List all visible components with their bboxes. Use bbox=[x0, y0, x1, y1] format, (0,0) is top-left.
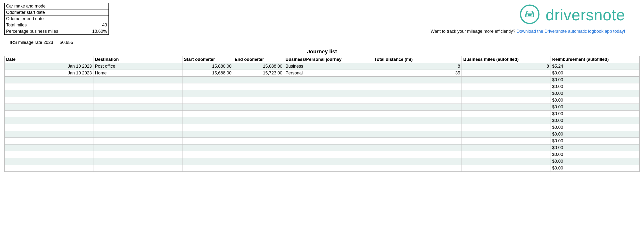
cell-dest[interactable] bbox=[94, 158, 182, 165]
cell-end[interactable] bbox=[233, 165, 284, 172]
cell-biz[interactable] bbox=[462, 131, 550, 138]
cell-biz[interactable] bbox=[462, 117, 550, 124]
cell-reimb[interactable]: $0.00 bbox=[550, 104, 640, 111]
cell-date[interactable] bbox=[4, 165, 94, 172]
cell-reimb[interactable]: $0.00 bbox=[550, 131, 640, 138]
cell-dist[interactable] bbox=[373, 90, 462, 97]
cell-dest[interactable] bbox=[94, 117, 182, 124]
cell-dist[interactable] bbox=[373, 165, 462, 172]
cell-end[interactable] bbox=[233, 117, 284, 124]
cell-type[interactable] bbox=[284, 124, 373, 131]
cell-dest[interactable] bbox=[94, 97, 182, 104]
cell-date[interactable] bbox=[4, 124, 94, 131]
cell-reimb[interactable]: $0.00 bbox=[550, 70, 640, 77]
summary-value[interactable] bbox=[83, 16, 108, 22]
cell-end[interactable] bbox=[233, 158, 284, 165]
summary-label[interactable]: Total miles bbox=[4, 22, 83, 28]
cell-biz[interactable] bbox=[462, 158, 550, 165]
cell-date[interactable] bbox=[4, 138, 94, 145]
cell-start[interactable] bbox=[182, 83, 233, 90]
cell-end[interactable] bbox=[233, 138, 284, 145]
cell-dist[interactable] bbox=[373, 104, 462, 111]
cell-biz[interactable] bbox=[462, 151, 550, 158]
cell-date[interactable] bbox=[4, 158, 94, 165]
cell-dist[interactable] bbox=[373, 83, 462, 90]
cell-start[interactable] bbox=[182, 151, 233, 158]
cell-reimb[interactable]: $0.00 bbox=[550, 151, 640, 158]
cell-dest[interactable] bbox=[94, 77, 182, 83]
cell-biz[interactable] bbox=[462, 111, 550, 117]
summary-label[interactable]: Odometer start date bbox=[4, 9, 83, 16]
cell-type[interactable] bbox=[284, 104, 373, 111]
cell-type[interactable] bbox=[284, 145, 373, 151]
cell-dist[interactable] bbox=[373, 145, 462, 151]
cell-dest[interactable] bbox=[94, 145, 182, 151]
cell-type[interactable]: Personal bbox=[284, 70, 373, 77]
cell-reimb[interactable]: $0.00 bbox=[550, 165, 640, 172]
cell-dest[interactable] bbox=[94, 111, 182, 117]
cell-type[interactable] bbox=[284, 77, 373, 83]
cell-dist[interactable] bbox=[373, 124, 462, 131]
cell-dest[interactable] bbox=[94, 90, 182, 97]
cell-dest[interactable]: Post office bbox=[94, 63, 182, 70]
cell-dest[interactable] bbox=[94, 151, 182, 158]
cell-dest[interactable] bbox=[94, 124, 182, 131]
cell-dest[interactable] bbox=[94, 131, 182, 138]
cell-end[interactable] bbox=[233, 131, 284, 138]
cell-date[interactable] bbox=[4, 145, 94, 151]
cell-end[interactable] bbox=[233, 77, 284, 83]
cell-type[interactable] bbox=[284, 151, 373, 158]
cell-start[interactable] bbox=[182, 97, 233, 104]
cell-date[interactable] bbox=[4, 90, 94, 97]
cell-dist[interactable] bbox=[373, 97, 462, 104]
cell-date[interactable]: Jan 10 2023 bbox=[4, 70, 94, 77]
cell-reimb[interactable]: $0.00 bbox=[550, 158, 640, 165]
cell-end[interactable] bbox=[233, 145, 284, 151]
summary-value[interactable] bbox=[83, 9, 108, 16]
cell-start[interactable] bbox=[182, 131, 233, 138]
cell-date[interactable] bbox=[4, 83, 94, 90]
cell-date[interactable] bbox=[4, 131, 94, 138]
cell-end[interactable] bbox=[233, 124, 284, 131]
cell-biz[interactable] bbox=[462, 165, 550, 172]
cell-reimb[interactable]: $0.00 bbox=[550, 90, 640, 97]
cell-start[interactable] bbox=[182, 158, 233, 165]
summary-value[interactable] bbox=[83, 3, 108, 9]
cell-date[interactable] bbox=[4, 104, 94, 111]
cell-biz[interactable] bbox=[462, 124, 550, 131]
cell-end[interactable] bbox=[233, 97, 284, 104]
cell-end[interactable]: 15,688.00 bbox=[233, 63, 284, 70]
cell-type[interactable] bbox=[284, 131, 373, 138]
cell-end[interactable] bbox=[233, 111, 284, 117]
cell-date[interactable] bbox=[4, 77, 94, 83]
cell-dist[interactable] bbox=[373, 77, 462, 83]
cell-reimb[interactable]: $0.00 bbox=[550, 145, 640, 151]
cell-reimb[interactable]: $0.00 bbox=[550, 111, 640, 117]
cell-start[interactable] bbox=[182, 77, 233, 83]
cell-dest[interactable] bbox=[94, 138, 182, 145]
cell-reimb[interactable]: $0.00 bbox=[550, 77, 640, 83]
cell-start[interactable] bbox=[182, 90, 233, 97]
cell-date[interactable] bbox=[4, 97, 94, 104]
summary-value[interactable]: 18.60% bbox=[83, 28, 108, 35]
cell-start[interactable]: 15,680.00 bbox=[182, 63, 233, 70]
cell-type[interactable] bbox=[284, 117, 373, 124]
cell-start[interactable] bbox=[182, 138, 233, 145]
cell-start[interactable] bbox=[182, 117, 233, 124]
cell-dist[interactable] bbox=[373, 158, 462, 165]
download-link[interactable]: Download the Driversnote automatic logbo… bbox=[516, 29, 625, 34]
cell-dest[interactable]: Home bbox=[94, 70, 182, 77]
cell-start[interactable] bbox=[182, 165, 233, 172]
cell-date[interactable] bbox=[4, 117, 94, 124]
cell-reimb[interactable]: $0.00 bbox=[550, 124, 640, 131]
cell-start[interactable] bbox=[182, 124, 233, 131]
cell-dist[interactable] bbox=[373, 151, 462, 158]
cell-dist[interactable]: 35 bbox=[373, 70, 462, 77]
cell-start[interactable] bbox=[182, 111, 233, 117]
cell-end[interactable]: 15,723.00 bbox=[233, 70, 284, 77]
cell-end[interactable] bbox=[233, 83, 284, 90]
cell-dist[interactable] bbox=[373, 131, 462, 138]
cell-start[interactable]: 15,688.00 bbox=[182, 70, 233, 77]
cell-type[interactable] bbox=[284, 111, 373, 117]
cell-biz[interactable] bbox=[462, 83, 550, 90]
